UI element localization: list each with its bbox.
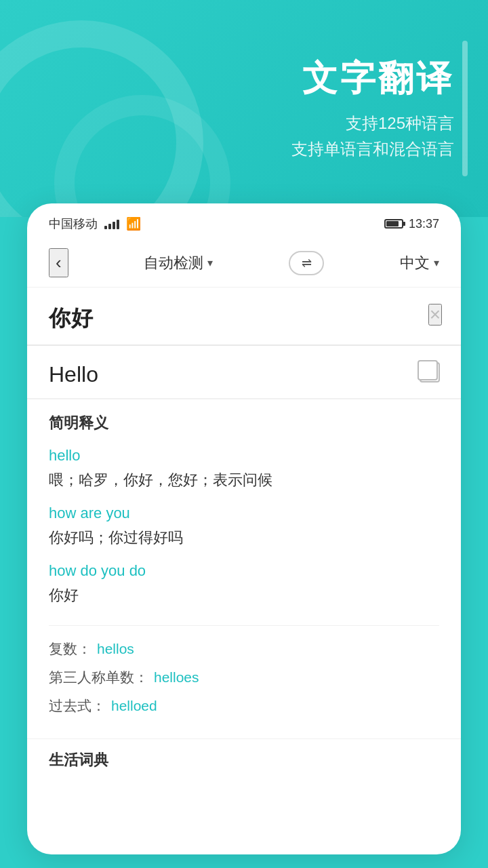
header-sub1: 支持125种语言 [346, 111, 454, 136]
def-meaning-1: 你好吗；你过得好吗 [49, 526, 439, 549]
past-value: helloed [111, 698, 157, 714]
def-meaning-0: 喂；哈罗，你好，您好；表示问候 [49, 469, 439, 491]
phone-card: 中国移动 📶 13:37 ‹ 自动检测 ▾ ⇌ 中文 ▾ [27, 203, 461, 854]
more-section: 生活词典 [27, 738, 461, 770]
header-banner: 文字翻译 支持125种语言 支持单语言和混合语言 [0, 0, 488, 217]
plural-label: 复数： [49, 639, 92, 658]
battery-icon [384, 219, 403, 229]
status-left: 中国移动 📶 [49, 216, 141, 232]
source-language-selector[interactable]: 自动检测 ▾ [144, 253, 213, 273]
more-title: 生活词典 [49, 750, 439, 770]
definitions-section: 简明释义 hello 喂；哈罗，你好，您好；表示问候 how are you 你… [27, 399, 461, 738]
word-form-third: 第三人称单数： helloes [49, 668, 439, 687]
wifi-icon: 📶 [126, 216, 141, 231]
definition-entry-1: how are you 你好吗；你过得好吗 [49, 505, 439, 549]
clear-button[interactable]: × [428, 304, 442, 326]
header-title: 文字翻译 [302, 55, 454, 102]
result-section: Hello [27, 346, 461, 399]
definition-entry-2: how do you do 你好 [49, 562, 439, 606]
nav-bar: ‹ 自动检测 ▾ ⇌ 中文 ▾ [27, 239, 461, 288]
time-label: 13:37 [409, 217, 439, 231]
status-bar: 中国移动 📶 13:37 [27, 203, 461, 239]
source-text[interactable]: 你好 [49, 304, 439, 334]
source-dropdown-arrow: ▾ [207, 256, 213, 269]
swap-language-button[interactable]: ⇌ [289, 251, 324, 275]
decorative-bar [462, 41, 468, 176]
past-label: 过去式： [49, 696, 106, 715]
back-button[interactable]: ‹ [49, 248, 68, 277]
copy-button[interactable] [418, 360, 442, 384]
input-section: 你好 × [27, 288, 461, 346]
plural-value: hellos [97, 641, 134, 657]
target-language-selector[interactable]: 中文 ▾ [400, 253, 439, 273]
third-value: helloes [154, 669, 199, 686]
source-lang-label: 自动检测 [144, 253, 203, 273]
carrier-label: 中国移动 [49, 216, 98, 232]
target-dropdown-arrow: ▾ [434, 256, 439, 269]
copy-icon [420, 362, 440, 382]
def-term-1: how are you [49, 505, 439, 522]
translated-text: Hello [49, 362, 439, 387]
def-meaning-2: 你好 [49, 584, 439, 606]
target-lang-label: 中文 [400, 253, 430, 273]
status-right: 13:37 [384, 217, 439, 231]
third-label: 第三人称单数： [49, 668, 148, 687]
header-sub2: 支持单语言和混合语言 [291, 136, 454, 162]
def-term-2: how do you do [49, 562, 439, 580]
definition-entry-0: hello 喂；哈罗，你好，您好；表示问候 [49, 447, 439, 491]
swap-icon: ⇌ [302, 256, 312, 271]
word-form-past: 过去式： helloed [49, 696, 439, 715]
def-term-0: hello [49, 447, 439, 465]
definitions-title: 简明释义 [49, 413, 439, 433]
signal-icon [104, 218, 119, 229]
word-forms-section: 复数： hellos 第三人称单数： helloes 过去式： helloed [49, 625, 439, 715]
word-form-plural: 复数： hellos [49, 639, 439, 658]
